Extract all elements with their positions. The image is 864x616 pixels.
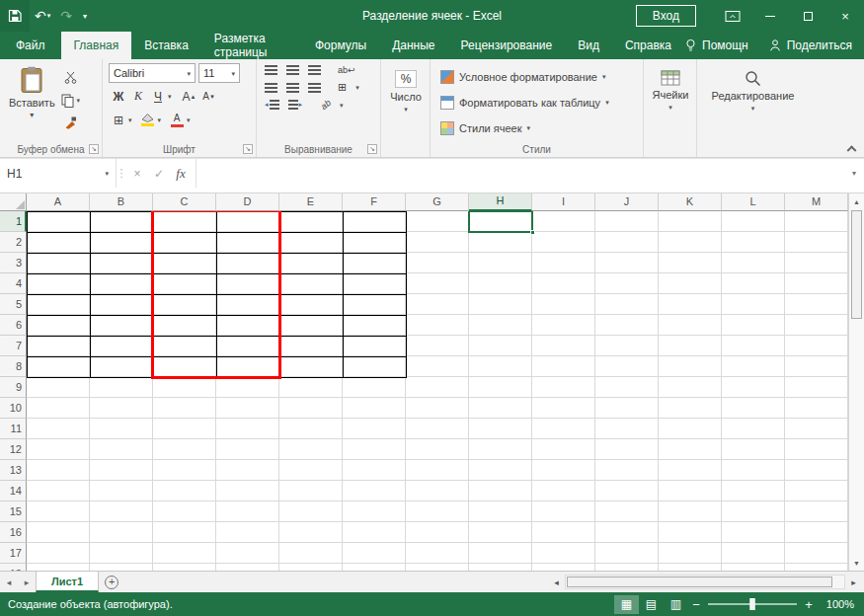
row-header-2[interactable]: 2 <box>0 232 27 253</box>
new-sheet-button[interactable]: + <box>99 572 124 592</box>
cell-D15[interactable] <box>216 501 279 522</box>
cell-K18[interactable] <box>659 564 722 571</box>
cell-H2[interactable] <box>469 232 532 253</box>
row-header-7[interactable]: 7 <box>0 336 27 356</box>
cell-K10[interactable] <box>659 398 722 419</box>
cell-I14[interactable] <box>532 481 595 501</box>
cell-B18[interactable] <box>90 564 153 571</box>
align-middle-icon[interactable] <box>286 65 299 75</box>
cell-C5[interactable] <box>153 294 216 315</box>
cell-E10[interactable] <box>279 398 343 419</box>
cell-G18[interactable] <box>406 564 469 571</box>
cell-H12[interactable] <box>469 439 532 460</box>
cell-K8[interactable] <box>659 356 722 377</box>
sign-in-button[interactable]: Вход <box>636 5 696 27</box>
share-button[interactable]: Поделиться <box>768 38 852 52</box>
cell-A6[interactable] <box>27 315 90 336</box>
cell-C2[interactable] <box>153 232 216 253</box>
cell-B17[interactable] <box>90 543 153 564</box>
cell-F1[interactable] <box>343 211 406 232</box>
cell-K1[interactable] <box>659 211 722 232</box>
cell-C6[interactable] <box>153 315 216 336</box>
cell-B14[interactable] <box>90 481 153 501</box>
cell-D13[interactable] <box>216 460 279 481</box>
cell-H10[interactable] <box>469 398 532 419</box>
cell-K3[interactable] <box>659 253 722 273</box>
paste-button[interactable]: Вставить ▼ <box>3 62 61 141</box>
cell-M3[interactable] <box>785 253 848 273</box>
cell-I17[interactable] <box>532 543 595 564</box>
ribbon-tab-5[interactable]: Данные <box>379 32 447 59</box>
cell-G12[interactable] <box>406 439 469 460</box>
cell-C17[interactable] <box>153 543 216 564</box>
cell-I7[interactable] <box>532 336 595 356</box>
cell-C15[interactable] <box>153 501 216 522</box>
cell-F15[interactable] <box>343 501 406 522</box>
cell-H17[interactable] <box>469 543 532 564</box>
cell-C9[interactable] <box>153 377 216 398</box>
cell-L10[interactable] <box>722 398 785 419</box>
column-header-A[interactable]: A <box>27 193 90 211</box>
cell-I5[interactable] <box>532 294 595 315</box>
cell-J3[interactable] <box>595 253 659 273</box>
cell-K12[interactable] <box>659 439 722 460</box>
horizontal-scroll-track[interactable] <box>565 575 845 589</box>
cell-F6[interactable] <box>343 315 406 336</box>
cell-H13[interactable] <box>469 460 532 481</box>
cell-F18[interactable] <box>343 564 406 571</box>
cell-M5[interactable] <box>785 294 848 315</box>
align-left-icon[interactable] <box>265 83 277 93</box>
column-header-F[interactable]: F <box>343 193 406 211</box>
italic-button[interactable]: К <box>128 86 148 107</box>
cell-J8[interactable] <box>595 356 659 377</box>
scroll-right-arrow[interactable]: ▸ <box>845 578 862 587</box>
cell-J17[interactable] <box>595 543 659 564</box>
cell-M17[interactable] <box>785 543 848 564</box>
format-painter-button[interactable] <box>61 113 81 133</box>
cell-E5[interactable] <box>279 294 343 315</box>
wrap-text-button[interactable]: ab↩ <box>338 65 355 75</box>
font-color-button[interactable]: А <box>167 110 187 130</box>
fill-color-button[interactable] <box>138 110 158 130</box>
align-bottom-icon[interactable] <box>308 65 321 75</box>
cell-L3[interactable] <box>722 253 785 273</box>
cell-A15[interactable] <box>27 501 90 522</box>
redo-button[interactable]: ↷ <box>55 0 77 32</box>
cell-B7[interactable] <box>90 336 153 356</box>
cell-A3[interactable] <box>27 253 90 273</box>
row-header-18[interactable]: 18 <box>0 564 27 571</box>
cell-L6[interactable] <box>722 315 785 336</box>
cell-L5[interactable] <box>722 294 785 315</box>
cell-E12[interactable] <box>279 439 343 460</box>
cell-I11[interactable] <box>532 419 595 439</box>
cell-K15[interactable] <box>659 501 722 522</box>
cell-K13[interactable] <box>659 460 722 481</box>
cell-H14[interactable] <box>469 481 532 501</box>
cell-I16[interactable] <box>532 522 595 543</box>
cell-G7[interactable] <box>406 336 469 356</box>
cell-D10[interactable] <box>216 398 279 419</box>
cell-H16[interactable] <box>469 522 532 543</box>
cell-I6[interactable] <box>532 315 595 336</box>
cell-D6[interactable] <box>216 315 279 336</box>
ribbon-tab-6[interactable]: Рецензирование <box>448 32 566 59</box>
cell-M18[interactable] <box>785 564 848 571</box>
cell-G11[interactable] <box>406 419 469 439</box>
cell-A11[interactable] <box>27 419 90 439</box>
cell-J15[interactable] <box>595 501 659 522</box>
cell-E2[interactable] <box>279 232 343 253</box>
normal-view-button[interactable]: ▦ <box>614 595 639 614</box>
cell-J11[interactable] <box>595 419 659 439</box>
row-header-5[interactable]: 5 <box>0 294 27 315</box>
cell-D14[interactable] <box>216 481 279 501</box>
cell-A5[interactable] <box>27 294 90 315</box>
row-header-17[interactable]: 17 <box>0 543 27 564</box>
cell-D8[interactable] <box>216 356 279 377</box>
cell-J2[interactable] <box>595 232 659 253</box>
cell-A4[interactable] <box>27 273 90 294</box>
maximize-button[interactable] <box>789 0 826 32</box>
cell-E14[interactable] <box>279 481 343 501</box>
cell-E16[interactable] <box>279 522 343 543</box>
cell-L15[interactable] <box>722 501 785 522</box>
horizontal-scrollbar[interactable]: ◂ ▸ <box>548 572 864 592</box>
